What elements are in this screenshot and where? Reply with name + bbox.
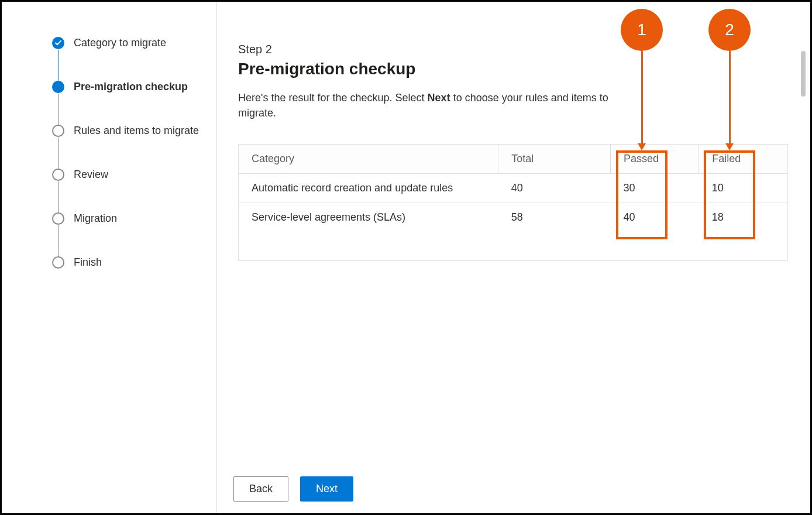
page-title: Pre-migration checkup	[238, 60, 800, 78]
col-header-passed[interactable]: Passed	[610, 145, 699, 174]
pending-step-icon	[52, 256, 64, 269]
wizard-footer: Back Next	[233, 476, 353, 502]
step-label: Category to migrate	[74, 37, 166, 49]
col-header-category[interactable]: Category	[239, 145, 498, 174]
step-number: Step 2	[238, 43, 800, 56]
cell-passed: 40	[610, 203, 699, 232]
step-label: Finish	[74, 256, 102, 269]
check-icon	[52, 37, 64, 49]
step-label: Migration	[74, 212, 117, 225]
pending-step-icon	[52, 169, 64, 181]
next-button[interactable]: Next	[300, 476, 353, 502]
table-row[interactable]: Service-level agreements (SLAs) 58 40 18	[239, 203, 787, 232]
step-finish[interactable]: Finish	[52, 256, 216, 269]
wizard-steps-sidebar: Category to migrate Pre-migration checku…	[2, 2, 217, 513]
cell-total: 40	[498, 174, 611, 203]
back-button[interactable]: Back	[233, 476, 288, 502]
checkup-results-table: Category Total Passed Failed Automatic r…	[238, 144, 788, 261]
cell-failed: 18	[699, 203, 787, 232]
col-header-failed[interactable]: Failed	[699, 145, 787, 174]
cell-category: Service-level agreements (SLAs)	[239, 203, 498, 232]
step-label: Rules and items to migrate	[74, 125, 199, 137]
step-label: Review	[74, 169, 108, 181]
step-migration[interactable]: Migration	[52, 212, 216, 256]
cell-category: Automatic record creation and update rul…	[239, 174, 498, 203]
step-pre-migration-checkup[interactable]: Pre-migration checkup	[52, 81, 216, 125]
cell-total: 58	[498, 203, 611, 232]
cell-failed: 10	[699, 174, 787, 203]
pending-step-icon	[52, 125, 64, 137]
current-step-icon	[52, 81, 64, 93]
cell-passed: 30	[610, 174, 699, 203]
main-content: Step 2 Pre-migration checkup Here's the …	[217, 2, 810, 513]
step-rules-and-items[interactable]: Rules and items to migrate	[52, 125, 216, 169]
col-header-total[interactable]: Total	[498, 145, 611, 174]
step-category-to-migrate[interactable]: Category to migrate	[52, 37, 216, 81]
step-review[interactable]: Review	[52, 169, 216, 212]
table-row[interactable]: Automatic record creation and update rul…	[239, 174, 787, 203]
pending-step-icon	[52, 212, 64, 225]
page-description: Here's the result for the checkup. Selec…	[238, 90, 613, 121]
step-label: Pre-migration checkup	[74, 81, 188, 93]
scrollbar-thumb[interactable]	[801, 51, 806, 97]
